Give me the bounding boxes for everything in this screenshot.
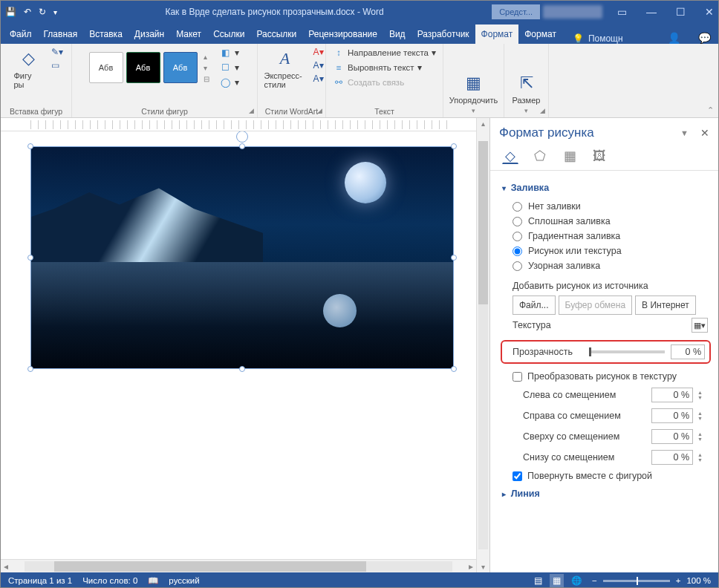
- radio-fill-solid[interactable]: [513, 217, 522, 226]
- scroll-down-icon[interactable]: ▾: [477, 563, 489, 572]
- contextual-tools-label[interactable]: Средст...: [492, 4, 540, 19]
- pane-tab-picture-icon[interactable]: 🖼: [591, 148, 608, 164]
- redo-icon[interactable]: ↻: [39, 7, 46, 17]
- tab-format-drawing[interactable]: Формат: [475, 24, 519, 44]
- tab-review[interactable]: Рецензирование: [302, 24, 383, 44]
- status-word-count[interactable]: Число слов: 0: [82, 576, 137, 585]
- section-line-header[interactable]: Линия: [502, 484, 708, 505]
- transparency-value[interactable]: 0 %: [671, 344, 705, 359]
- minimize-icon[interactable]: —: [646, 6, 657, 18]
- texture-picker-button[interactable]: ▦▾: [692, 318, 708, 333]
- radio-fill-none[interactable]: [513, 202, 522, 212]
- text-outline-button[interactable]: A▾: [313, 60, 324, 71]
- tell-me[interactable]: 💡 Помощн: [573, 33, 623, 44]
- resize-handle-br[interactable]: [451, 366, 457, 372]
- vscroll-thumb[interactable]: [478, 141, 488, 304]
- resize-handle-l[interactable]: [27, 255, 33, 261]
- pane-tab-fill-icon[interactable]: ◇: [502, 148, 518, 164]
- pane-close-icon[interactable]: ✕: [700, 127, 709, 139]
- resize-handle-b[interactable]: [239, 366, 245, 372]
- fill-solid-row[interactable]: Сплошная заливка: [502, 214, 708, 229]
- text-fill-button[interactable]: A▾: [313, 47, 324, 57]
- scroll-right-icon[interactable]: ▸: [466, 561, 476, 572]
- align-text-button[interactable]: ≡Выровнять текст▾: [331, 62, 423, 74]
- tab-references[interactable]: Ссылки: [207, 24, 250, 44]
- close-icon[interactable]: ✕: [705, 6, 714, 18]
- tab-view[interactable]: Вид: [383, 24, 411, 44]
- size-button[interactable]: ⇱ Размер ▾: [508, 71, 545, 116]
- scroll-up-icon[interactable]: ▴: [477, 118, 489, 128]
- shape-fill-button[interactable]: ◧▾: [218, 47, 241, 59]
- fill-none-row[interactable]: Нет заливки: [502, 199, 708, 214]
- offset-bottom-spinner[interactable]: ▲▼: [697, 452, 708, 463]
- document-canvas[interactable]: [1, 131, 476, 559]
- insert-from-file-button[interactable]: Файл...: [513, 295, 556, 315]
- pane-tab-effects-icon[interactable]: ⬠: [532, 148, 548, 164]
- tab-layout[interactable]: Макет: [170, 24, 207, 44]
- maximize-icon[interactable]: ☐: [676, 6, 686, 18]
- view-read-icon[interactable]: ▤: [534, 575, 542, 586]
- offset-bottom-value[interactable]: 0 %: [651, 450, 693, 465]
- shape-style-2[interactable]: Абв: [126, 52, 160, 83]
- shape-style-1[interactable]: Абв: [89, 52, 123, 83]
- resize-handle-tl[interactable]: [27, 143, 33, 149]
- resize-handle-r[interactable]: [451, 255, 457, 261]
- express-styles-button[interactable]: A Экспресс-стили: [260, 47, 310, 91]
- share-icon[interactable]: 👤: [668, 32, 680, 44]
- status-page[interactable]: Страница 1 из 1: [8, 576, 72, 585]
- scroll-left-icon[interactable]: ◂: [1, 561, 11, 572]
- comments-icon[interactable]: 💬: [698, 32, 711, 44]
- dialog-launcher-size[interactable]: ◢: [540, 107, 545, 114]
- tab-design[interactable]: Дизайн: [128, 24, 170, 44]
- text-direction-button[interactable]: ↕Направление текста▾: [331, 47, 437, 59]
- horizontal-scrollbar[interactable]: ◂ ▸: [1, 559, 476, 572]
- shape-outline-button[interactable]: ☐▾: [218, 62, 241, 74]
- zoom-slider[interactable]: [603, 580, 670, 582]
- fill-gradient-row[interactable]: Градиентная заливка: [502, 229, 708, 244]
- tab-insert[interactable]: Вставка: [83, 24, 128, 44]
- rotate-handle[interactable]: [236, 131, 248, 143]
- ribbon-options-icon[interactable]: ▭: [617, 6, 627, 18]
- tab-format-picture[interactable]: Формат: [518, 24, 562, 44]
- radio-fill-gradient[interactable]: [513, 232, 522, 241]
- resize-handle-tr[interactable]: [451, 143, 457, 149]
- shape-effects-button[interactable]: ◯▾: [218, 76, 241, 88]
- tab-file[interactable]: Файл: [4, 24, 38, 44]
- dialog-launcher-shape-styles[interactable]: ◢: [249, 107, 254, 114]
- edit-shape-icon[interactable]: ✎▾: [51, 47, 63, 57]
- shape-style-3[interactable]: Абв: [163, 52, 198, 83]
- pane-tab-layout-icon[interactable]: ▦: [562, 148, 578, 164]
- insert-from-web-button[interactable]: В Интернет: [635, 295, 696, 315]
- pane-options-icon[interactable]: ▼: [680, 128, 689, 137]
- zoom-in-icon[interactable]: +: [676, 576, 681, 585]
- zoom-out-icon[interactable]: −: [592, 576, 597, 585]
- status-language[interactable]: русский: [169, 576, 199, 585]
- tab-home[interactable]: Главная: [38, 24, 84, 44]
- save-icon[interactable]: 💾: [5, 7, 16, 17]
- tab-developer[interactable]: Разработчик: [411, 24, 475, 44]
- resize-handle-t[interactable]: [239, 143, 245, 149]
- hscroll-thumb[interactable]: [54, 561, 366, 572]
- section-fill-header[interactable]: Заливка: [502, 178, 708, 199]
- zoom-thumb[interactable]: [637, 577, 638, 585]
- chk-tile-picture[interactable]: [513, 372, 522, 382]
- gallery-down-icon[interactable]: ▾: [204, 64, 209, 72]
- undo-icon[interactable]: ↶: [24, 7, 31, 17]
- chk-rotate-with-shape[interactable]: [513, 471, 522, 481]
- fill-pattern-row[interactable]: Узорная заливка: [502, 258, 708, 273]
- view-print-icon[interactable]: ▦: [550, 574, 564, 587]
- transparency-thumb[interactable]: [589, 347, 591, 356]
- offset-right-value[interactable]: 0 %: [651, 408, 693, 423]
- collapse-ribbon-icon[interactable]: ⌃: [707, 105, 714, 115]
- vertical-scrollbar[interactable]: ▴ ▾: [476, 118, 489, 572]
- text-effects-button[interactable]: A▾: [313, 74, 324, 84]
- radio-fill-picture[interactable]: [513, 246, 522, 256]
- transparency-slider[interactable]: [589, 350, 665, 353]
- offset-left-spinner[interactable]: ▲▼: [697, 390, 708, 400]
- selected-picture[interactable]: [30, 146, 454, 369]
- offset-right-spinner[interactable]: ▲▼: [697, 411, 708, 421]
- offset-top-spinner[interactable]: ▲▼: [697, 431, 708, 442]
- shapes-button[interactable]: ◇ Фигу ры: [10, 47, 48, 91]
- text-box-icon[interactable]: ▭: [51, 60, 63, 71]
- fill-picture-row[interactable]: Рисунок или текстура: [502, 244, 708, 258]
